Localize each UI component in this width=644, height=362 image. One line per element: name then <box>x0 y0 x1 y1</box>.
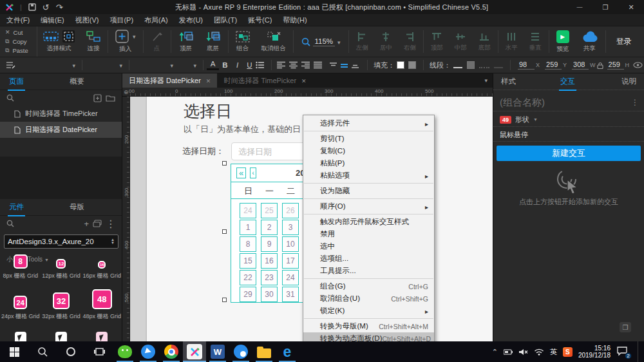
search-icon[interactable] <box>6 220 14 227</box>
add-page-icon[interactable] <box>93 94 102 102</box>
menu-publish[interactable]: 发布(U) <box>179 15 203 25</box>
widget-item-grid12[interactable]: 1212px 栅格 Grid <box>41 259 81 280</box>
fill-color-swatch[interactable] <box>397 61 404 69</box>
calendar-cell[interactable]: 31 <box>282 287 299 302</box>
ime-language-indicator[interactable]: 英 <box>550 347 557 357</box>
menu-item-ungroup[interactable]: 取消组合(U)Ctrl+Shift+G <box>303 292 434 305</box>
cut-button[interactable]: Cut <box>5 29 37 36</box>
lock-ratio-icon[interactable] <box>597 62 603 69</box>
calendar-cell[interactable]: 16 <box>261 253 278 269</box>
italic-button[interactable]: I <box>231 61 243 69</box>
connect-button[interactable]: 连接 <box>80 26 106 57</box>
group-options-icon[interactable] <box>631 98 639 107</box>
battery-icon[interactable] <box>504 349 513 355</box>
tab-masters[interactable]: 母版 <box>70 202 84 212</box>
preview-button[interactable]: ▶ 预览 <box>551 26 575 57</box>
font-weight-select[interactable] <box>133 59 176 71</box>
menu-item-option-group[interactable]: 选项组... <box>303 252 434 265</box>
tab-list-caret-icon[interactable] <box>484 76 488 84</box>
bring-to-front-button[interactable]: 顶层 <box>173 26 200 57</box>
line-color-swatch[interactable] <box>453 62 462 68</box>
calendar-cell[interactable]: 15 <box>240 253 256 269</box>
widget-item-partial[interactable] <box>82 332 122 341</box>
panel-window-icon[interactable] <box>620 322 631 332</box>
menu-item-convert-to-master[interactable]: 转换为母版(M)Ctrl+Shift+Alt+M <box>303 320 434 332</box>
tab-close-icon[interactable] <box>206 77 211 84</box>
zoom-control[interactable]: 115% <box>295 26 347 57</box>
taskbar-clock[interactable]: 15:16 2019/12/18 <box>578 345 611 359</box>
menu-item-cut[interactable]: 剪切(T) <box>303 133 434 145</box>
taskbar-search-button[interactable] <box>28 341 57 362</box>
selection-handle[interactable] <box>222 229 227 234</box>
menu-item-copy[interactable]: 复制(C) <box>303 145 434 157</box>
taskbar-app-explorer[interactable] <box>252 341 276 362</box>
share-button[interactable]: 共享 <box>575 26 604 57</box>
menu-edit[interactable]: 编辑(E) <box>41 15 64 25</box>
widget-item-partial[interactable] <box>41 332 81 341</box>
vertical-align-top-icon[interactable] <box>329 62 337 69</box>
selection-handle[interactable] <box>222 298 227 302</box>
font-color-button[interactable]: A <box>207 61 219 70</box>
taskbar-app-browser[interactable] <box>137 341 160 362</box>
selection-handle[interactable] <box>222 161 227 166</box>
zoom-value[interactable]: 115% <box>313 37 336 46</box>
login-button[interactable]: 登录 <box>607 26 641 57</box>
canvas-tab-timepicker[interactable]: 时间选择器 TimePicker <box>217 73 312 88</box>
taskbar-app-word[interactable]: W <box>206 341 229 362</box>
close-button[interactable] <box>618 0 644 14</box>
sogou-input-icon[interactable]: S <box>563 347 573 357</box>
paste-button[interactable]: Paste <box>5 47 37 54</box>
tab-outline[interactable]: 概要 <box>70 77 84 86</box>
widget-item-grid48[interactable]: 4848px 栅格 Grid <box>82 289 122 321</box>
task-view-button[interactable] <box>85 341 113 362</box>
shape-count-row[interactable]: 49 形状 ▼ <box>500 115 538 124</box>
calendar-cell[interactable]: 23 <box>261 270 278 285</box>
insert-button[interactable]: 插入 <box>109 26 142 57</box>
y-position-field[interactable]: 259 <box>545 61 562 70</box>
calendar-cell[interactable]: 30 <box>261 287 278 302</box>
calendar-cell[interactable]: 9 <box>261 236 278 252</box>
taskbar-app-edge[interactable]: e <box>276 341 299 362</box>
typeface-select[interactable] <box>15 59 79 71</box>
calendar-cell[interactable]: 2 <box>261 220 278 235</box>
fill-shadow-swatch[interactable] <box>408 61 416 69</box>
widget-item-grid16[interactable]: 1616px 栅格 Grid <box>82 261 122 280</box>
copy-button[interactable]: Copy <box>5 38 37 45</box>
menu-item-paste[interactable]: 粘贴(P) <box>303 157 434 169</box>
menu-file[interactable]: 文件(F) <box>6 15 30 25</box>
taskbar-app-bluecircle[interactable] <box>229 341 252 362</box>
prev-year-icon[interactable]: « <box>236 167 246 178</box>
bold-button[interactable]: B <box>219 61 231 69</box>
widget-item-grid24[interactable]: 2424px 栅格 Grid <box>1 296 41 321</box>
menu-item-group[interactable]: 组合(G)Ctrl+G <box>303 280 434 292</box>
x-position-field[interactable]: 98 <box>518 61 535 70</box>
calendar-cell[interactable]: 25 <box>261 203 278 218</box>
library-stack-icon[interactable] <box>93 220 102 227</box>
tab-interactions[interactable]: 交互 <box>560 77 575 86</box>
tab-pages[interactable]: 页面 <box>9 77 24 86</box>
bullet-list-button[interactable] <box>256 61 268 69</box>
library-select[interactable]: AntDesign3.9.x_Axure_20 ▲▼ <box>4 234 118 249</box>
menu-item-paste-options[interactable]: 粘贴选项 <box>303 169 434 182</box>
calendar-cell[interactable]: 29 <box>240 287 256 302</box>
calendar-cell[interactable]: 3 <box>282 220 299 235</box>
menu-team[interactable]: 团队(T) <box>214 15 237 25</box>
cortana-button[interactable] <box>57 341 85 362</box>
font-size-select[interactable] <box>176 59 200 71</box>
tab-notes[interactable]: 说明 <box>621 77 636 86</box>
trigger-mouseover-row[interactable]: 鼠标悬停 <box>500 130 528 140</box>
menu-arrange[interactable]: 布局(A) <box>144 15 168 25</box>
show-desktop-strip[interactable] <box>638 341 640 362</box>
menu-help[interactable]: 帮助(H) <box>283 15 307 25</box>
line-width-swatch[interactable] <box>467 61 475 69</box>
save-icon[interactable] <box>28 3 36 11</box>
font-style-select[interactable] <box>86 59 126 71</box>
vertical-align-bottom-icon[interactable] <box>351 62 359 69</box>
menu-item-select-widget[interactable]: 选择元件 <box>303 117 434 129</box>
menu-project[interactable]: 项目(P) <box>109 15 133 25</box>
select-mode-button[interactable]: 选择模式 <box>37 26 80 57</box>
search-icon[interactable] <box>6 94 14 102</box>
menu-account[interactable]: 账号(C) <box>248 15 272 25</box>
text-align-right-icon[interactable] <box>301 61 310 69</box>
line-arrow-icon[interactable] <box>494 62 503 68</box>
